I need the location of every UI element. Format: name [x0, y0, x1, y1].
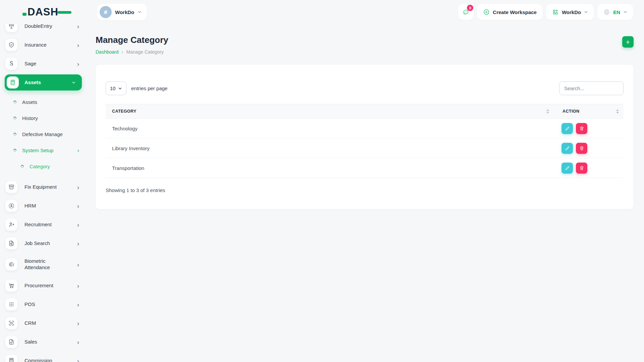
bullet-icon [13, 132, 17, 136]
create-workspace-button[interactable]: Create Workspace [477, 4, 543, 20]
sidebar-item-doubleentry[interactable]: DoubleEntry › [5, 24, 81, 34]
sidebar-subitem-defective-manage[interactable]: Defective Manage [5, 127, 81, 141]
add-category-button[interactable]: + [622, 36, 634, 48]
sidebar-item-sales[interactable]: Sales › [5, 334, 81, 350]
table-row: Library Inventory [106, 138, 624, 158]
page-title: Manage Category [96, 35, 168, 45]
column-label: ACTION [562, 109, 579, 114]
header-actions: 0 Create Workspace WorkDo EN [458, 4, 633, 20]
chevron-right-icon: › [77, 283, 81, 289]
sidebar-item-insurance[interactable]: Insurance › [5, 37, 81, 53]
edit-button[interactable] [561, 123, 573, 134]
sidebar-item-label: CRM [24, 320, 69, 326]
delete-button[interactable] [576, 163, 587, 174]
sidebar-item-label: Insurance [24, 42, 69, 48]
person-dashed-circle-icon [5, 200, 17, 212]
sidebar-item-fix-equipment[interactable]: Fix Equipment › [5, 179, 81, 195]
logo-text: DASH [28, 7, 58, 17]
sidebar-item-procurement[interactable]: Procurement › [5, 278, 81, 294]
delete-button[interactable] [576, 123, 587, 134]
chevron-down-icon [623, 10, 627, 14]
chevron-right-icon: › [77, 240, 81, 247]
bullet-icon [13, 116, 17, 120]
top-header: DASH WorkDo 0 Create Workspace W [0, 0, 644, 24]
action-cell [556, 163, 624, 174]
workspace-selector[interactable]: WorkDo [97, 4, 147, 20]
category-cell: Transportation [106, 165, 556, 171]
chevron-right-icon: › [77, 147, 81, 153]
category-table-card: 10 entries per page CATEGORY ACTION Tec [96, 65, 634, 209]
trash-icon [579, 126, 585, 131]
trash-icon [579, 165, 585, 171]
building-icon [102, 8, 109, 16]
breadcrumb: Dashboard › Manage Category [96, 49, 168, 55]
subitem-label: Assets [22, 99, 37, 105]
chevron-right-icon: › [77, 24, 81, 29]
cart-icon [5, 280, 17, 292]
app-logo[interactable]: DASH [22, 7, 76, 17]
globe-icon [603, 9, 610, 15]
sidebar-item-label: Assets [24, 79, 69, 86]
assets-submenu: Assets History Defective Manage System S… [5, 93, 81, 179]
person-plus-icon [5, 219, 17, 231]
category-cell: Library Inventory [106, 145, 556, 151]
pencil-icon [565, 126, 570, 131]
sidebar-subitem-system-setup[interactable]: System Setup › [5, 143, 81, 157]
sidebar-item-label: Commission [24, 358, 69, 362]
column-header-category[interactable]: CATEGORY [106, 104, 556, 118]
search-input[interactable] [559, 81, 624, 95]
grid-plus-icon [552, 9, 559, 15]
sidebar-item-label: Sage [24, 61, 69, 67]
category-cell: Technology [106, 126, 556, 131]
bullet-icon [13, 100, 17, 104]
sidebar-item-biometric-attendance[interactable]: Biometric Attendance › [5, 254, 81, 275]
chevron-right-icon: › [77, 61, 81, 67]
language-selector[interactable]: EN [597, 4, 633, 20]
main-content: Manage Category Dashboard › Manage Categ… [96, 24, 634, 209]
sidebar-item-sage[interactable]: S Sage › [5, 56, 81, 72]
sidebar-subitem-category[interactable]: Category [5, 160, 81, 173]
edit-button[interactable] [561, 143, 573, 154]
bullet-icon [13, 148, 17, 153]
edit-button[interactable] [561, 163, 573, 174]
sidebar-item-label: POS [24, 301, 69, 308]
page-header: Manage Category Dashboard › Manage Categ… [96, 24, 634, 55]
pencil-icon [565, 165, 570, 171]
entries-per-page-select[interactable]: 10 [106, 81, 126, 95]
sort-icon[interactable] [546, 109, 549, 114]
breadcrumb-dashboard-link[interactable]: Dashboard [96, 49, 119, 55]
messages-button[interactable]: 0 [458, 4, 474, 20]
plus-circle-icon [483, 9, 490, 15]
column-header-action[interactable]: ACTION [556, 104, 624, 118]
table-controls: 10 entries per page [106, 81, 624, 95]
sidebar-item-label: Procurement [24, 283, 69, 289]
sidebar-item-label: Biometric Attendance [24, 258, 69, 271]
sidebar-item-label: HRM [24, 203, 69, 209]
sidebar-item-hrm[interactable]: HRM › [5, 198, 81, 214]
sidebar-subitem-assets[interactable]: Assets [5, 95, 81, 109]
subitem-label: Defective Manage [22, 131, 63, 137]
chevron-right-icon: › [77, 261, 81, 268]
pencil-icon [565, 145, 570, 151]
sidebar-item-job-search[interactable]: Job Search › [5, 235, 81, 251]
language-code: EN [613, 9, 620, 15]
subitem-label: System Setup [22, 147, 53, 153]
sidebar-item-label: Fix Equipment [24, 184, 69, 190]
chevron-down-icon: › [71, 81, 77, 83]
create-workspace-label: Create Workspace [493, 9, 537, 15]
bullet-icon [20, 164, 24, 169]
workspace-avatar [100, 6, 112, 18]
delete-button[interactable] [576, 143, 587, 154]
document-icon [5, 336, 17, 348]
chevron-right-icon: › [122, 49, 123, 55]
sort-icon[interactable] [616, 109, 619, 114]
workspace-menu-button[interactable]: WorkDo [546, 4, 594, 20]
sidebar-item-commission[interactable]: Commission › [5, 353, 81, 362]
table-row: Technology [106, 119, 624, 138]
sidebar-subitem-history[interactable]: History [5, 111, 81, 125]
sidebar-item-assets[interactable]: Assets › [5, 74, 82, 90]
dots-grid-icon [5, 298, 17, 310]
sidebar-item-crm[interactable]: CRM › [5, 315, 81, 331]
sidebar-item-recruitment[interactable]: Recruitment › [5, 217, 81, 233]
sidebar-item-pos[interactable]: POS › [5, 296, 81, 312]
